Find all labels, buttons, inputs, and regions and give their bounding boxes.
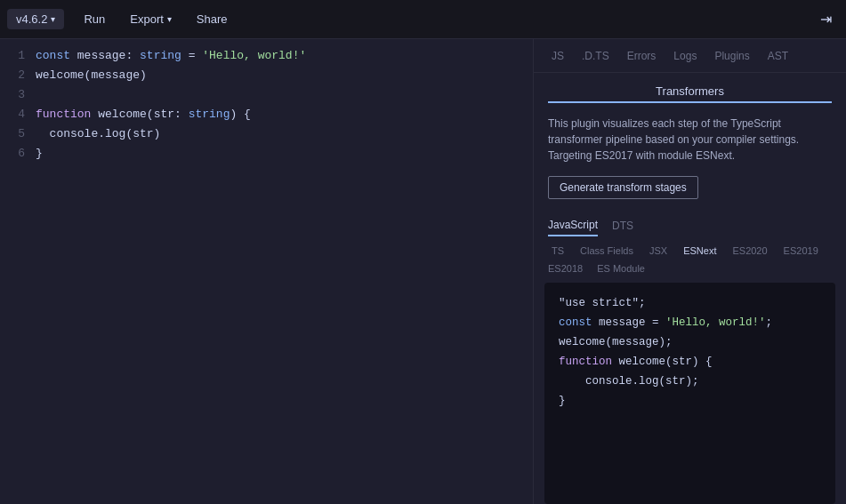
code-line-6: } <box>36 144 522 164</box>
transformers-desc: This plugin visualizes each step of the … <box>548 116 832 164</box>
stage-ts[interactable]: TS <box>548 244 568 258</box>
code-line-4: function welcome(str: string) { <box>36 105 522 124</box>
out-line-4: function welcome(str) { <box>559 352 821 372</box>
tab-dts-output[interactable]: DTS <box>612 220 633 236</box>
out-line-1: "use strict"; <box>559 293 821 313</box>
tab-js[interactable]: JS <box>544 46 571 66</box>
output-code: "use strict"; const message = 'Hello, wo… <box>544 283 835 504</box>
editor-panel[interactable]: 1 2 3 4 5 6 const message: string = 'Hel… <box>0 39 534 504</box>
line-num: 1 <box>11 46 25 66</box>
stage-es2020[interactable]: ES2020 <box>729 244 770 258</box>
tab-logs[interactable]: Logs <box>666 46 704 66</box>
embed-button[interactable]: ⇥ <box>813 7 839 31</box>
out-line-5: console.log(str); <box>559 372 821 391</box>
share-button[interactable]: Share <box>184 9 240 29</box>
line-num: 5 <box>11 124 25 144</box>
code-line-5: console.log(str) <box>36 124 522 144</box>
out-line-2: const message = 'Hello, world!'; <box>559 313 821 332</box>
transformers-section: Transformers This plugin visualizes each… <box>534 73 846 210</box>
main-layout: 1 2 3 4 5 6 const message: string = 'Hel… <box>0 39 846 504</box>
line-num: 6 <box>11 144 25 164</box>
stage-class-fields[interactable]: Class Fields <box>576 244 637 258</box>
line-numbers: 1 2 3 4 5 6 <box>0 46 36 497</box>
output-tabs: JavaScript DTS <box>534 210 846 236</box>
out-line-3: welcome(message); <box>559 332 821 352</box>
tab-ast[interactable]: AST <box>761 46 795 66</box>
stage-es-module[interactable]: ES Module <box>597 263 645 274</box>
stage-jsx[interactable]: JSX <box>646 244 671 258</box>
stage-es2018[interactable]: ES2018 <box>548 263 583 274</box>
code-editor[interactable]: const message: string = 'Hello, world!' … <box>36 46 533 497</box>
transformers-title: Transformers <box>548 84 832 103</box>
code-line-3 <box>36 85 522 105</box>
top-tabs: JS .D.TS Errors Logs Plugins AST <box>534 39 846 73</box>
right-panel: JS .D.TS Errors Logs Plugins AST Transfo… <box>534 39 846 504</box>
export-button[interactable]: Export <box>121 9 181 29</box>
stage-tabs: TS Class Fields JSX ESNext ES2020 ES2019 <box>534 236 846 258</box>
code-area: 1 2 3 4 5 6 const message: string = 'Hel… <box>0 39 533 504</box>
out-line-6: } <box>559 391 821 411</box>
stage-es2019[interactable]: ES2019 <box>780 244 822 258</box>
line-num: 4 <box>11 105 25 124</box>
line-num: 2 <box>11 66 25 85</box>
tab-javascript[interactable]: JavaScript <box>548 219 598 236</box>
stage-esnext[interactable]: ESNext <box>680 244 720 258</box>
run-button[interactable]: Run <box>71 9 117 29</box>
topbar: v4.6.2 Run Export Share ⇥ <box>0 0 846 39</box>
tab-errors[interactable]: Errors <box>620 46 664 66</box>
generate-transform-button[interactable]: Generate transform stages <box>548 176 698 199</box>
code-line-2: welcome(message) <box>36 66 522 85</box>
tab-plugins[interactable]: Plugins <box>707 46 756 66</box>
tab-dts[interactable]: .D.TS <box>575 46 616 66</box>
code-line-1: const message: string = 'Hello, world!' <box>36 46 522 66</box>
line-num: 3 <box>11 85 25 105</box>
version-button[interactable]: v4.6.2 <box>7 9 64 29</box>
extra-row: ES2018 ES Module <box>534 258 846 274</box>
